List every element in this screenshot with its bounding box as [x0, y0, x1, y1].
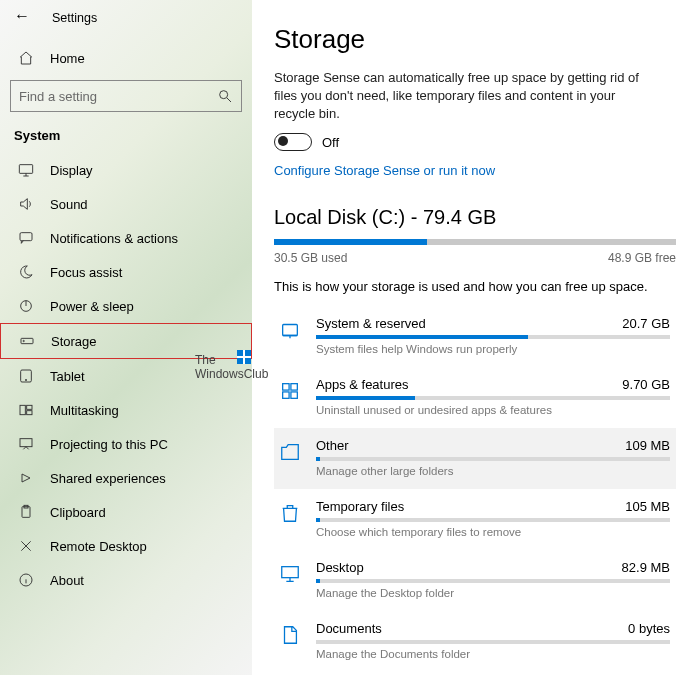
remote-icon: [18, 538, 34, 554]
category-size: 109 MB: [625, 438, 670, 453]
category-name: Temporary files: [316, 499, 404, 514]
sidebar-item-projecting[interactable]: Projecting to this PC: [0, 427, 252, 461]
sidebar-item-shared[interactable]: Shared experiences: [0, 461, 252, 495]
display-icon: [18, 162, 34, 178]
category-bar: [316, 396, 670, 400]
document-icon: [278, 623, 302, 647]
category-size: 82.9 MB: [622, 560, 670, 575]
category-sub: System files help Windows run properly: [316, 343, 670, 355]
page-title: Storage: [274, 24, 676, 55]
svg-rect-17: [291, 384, 297, 390]
chat-icon: [18, 230, 34, 246]
monitor-icon: [278, 562, 302, 586]
nav-label: Tablet: [50, 369, 85, 384]
svg-rect-2: [20, 233, 32, 241]
category-row[interactable]: Desktop82.9 MBManage the Desktop folder: [274, 550, 676, 611]
svg-rect-18: [283, 392, 289, 398]
category-sub: Manage the Desktop folder: [316, 587, 670, 599]
disk-title: Local Disk (C:) - 79.4 GB: [274, 206, 676, 229]
category-sub: Manage the Documents folder: [316, 648, 670, 660]
search-icon: [217, 88, 233, 104]
sidebar-item-display[interactable]: Display: [0, 153, 252, 187]
category-name: Other: [316, 438, 349, 453]
sidebar-item-power-sleep[interactable]: Power & sleep: [0, 289, 252, 323]
category-name: Documents: [316, 621, 382, 636]
disk-bar: [274, 239, 676, 245]
nav-label: Power & sleep: [50, 299, 134, 314]
app-title: Settings: [52, 11, 97, 25]
project-icon: [18, 436, 34, 452]
category-bar: [316, 579, 670, 583]
search-field[interactable]: [19, 89, 217, 104]
trash-icon: [278, 501, 302, 525]
category-sub: Manage other large folders: [316, 465, 670, 477]
disk-desc: This is how your storage is used and how…: [274, 279, 676, 294]
svg-point-7: [25, 379, 26, 380]
watermark-text: The WindowsClub: [195, 353, 268, 381]
svg-rect-15: [283, 325, 298, 336]
sidebar-item-multitasking[interactable]: Multitasking: [0, 393, 252, 427]
category-row[interactable]: Temporary files105 MBChoose which tempor…: [274, 489, 676, 550]
category-row[interactable]: Apps & features9.70 GBUninstall unused o…: [274, 367, 676, 428]
svg-rect-20: [282, 567, 299, 578]
nav-label: Remote Desktop: [50, 539, 147, 554]
sidebar-item-about[interactable]: About: [0, 563, 252, 597]
category-name: Desktop: [316, 560, 364, 575]
sidebar-item-sound[interactable]: Sound: [0, 187, 252, 221]
disk-bar-fill: [274, 239, 427, 245]
section-label: System: [0, 126, 252, 153]
power-icon: [18, 298, 34, 314]
sidebar-item-focus-assist[interactable]: Focus assist: [0, 255, 252, 289]
category-row[interactable]: Documents0 bytesManage the Documents fol…: [274, 611, 676, 672]
svg-rect-10: [27, 411, 32, 415]
home-label: Home: [50, 51, 85, 66]
nav-label: Storage: [51, 334, 97, 349]
nav-label: Focus assist: [50, 265, 122, 280]
sidebar-item-clipboard[interactable]: Clipboard: [0, 495, 252, 529]
nav-label: Multitasking: [50, 403, 119, 418]
svg-rect-19: [291, 392, 297, 398]
category-size: 0 bytes: [628, 621, 670, 636]
nav-label: About: [50, 573, 84, 588]
category-bar: [316, 335, 670, 339]
nav-label: Shared experiences: [50, 471, 166, 486]
svg-rect-9: [27, 405, 32, 409]
category-row[interactable]: Other109 MBManage other large folders: [274, 428, 676, 489]
svg-point-5: [23, 340, 24, 341]
svg-rect-16: [283, 384, 289, 390]
category-size: 9.70 GB: [622, 377, 670, 392]
category-row[interactable]: System & reserved20.7 GBSystem files hel…: [274, 306, 676, 367]
sidebar-item-notifications[interactable]: Notifications & actions: [0, 221, 252, 255]
category-bar: [316, 518, 670, 522]
sound-icon: [18, 196, 34, 212]
info-icon: [18, 572, 34, 588]
multitask-icon: [18, 402, 34, 418]
home-icon: [18, 50, 34, 66]
back-button[interactable]: ←: [14, 8, 34, 28]
sense-toggle[interactable]: [274, 133, 312, 151]
tablet-icon: [18, 368, 34, 384]
main-content: Storage Storage Sense can automatically …: [252, 0, 700, 675]
svg-rect-8: [20, 405, 25, 414]
category-sub: Uninstall unused or undesired apps & fea…: [316, 404, 670, 416]
system-icon: [278, 318, 302, 342]
clipboard-icon: [18, 504, 34, 520]
svg-rect-1: [19, 165, 32, 174]
category-name: Apps & features: [316, 377, 409, 392]
nav-label: Clipboard: [50, 505, 106, 520]
category-name: System & reserved: [316, 316, 426, 331]
category-size: 20.7 GB: [622, 316, 670, 331]
nav-list: Display Sound Notifications & actions Fo…: [0, 153, 252, 675]
sidebar-item-remote[interactable]: Remote Desktop: [0, 529, 252, 563]
category-bar: [316, 640, 670, 644]
wm-line1: The: [195, 353, 268, 367]
sense-description: Storage Sense can automatically free up …: [274, 69, 654, 123]
search-input[interactable]: [10, 80, 242, 112]
configure-link[interactable]: Configure Storage Sense or run it now: [274, 163, 676, 178]
nav-label: Sound: [50, 197, 88, 212]
share-icon: [18, 470, 34, 486]
category-bar: [316, 457, 670, 461]
nav-label: Display: [50, 163, 93, 178]
sidebar-home[interactable]: Home: [0, 40, 252, 76]
toggle-state: Off: [322, 135, 339, 150]
